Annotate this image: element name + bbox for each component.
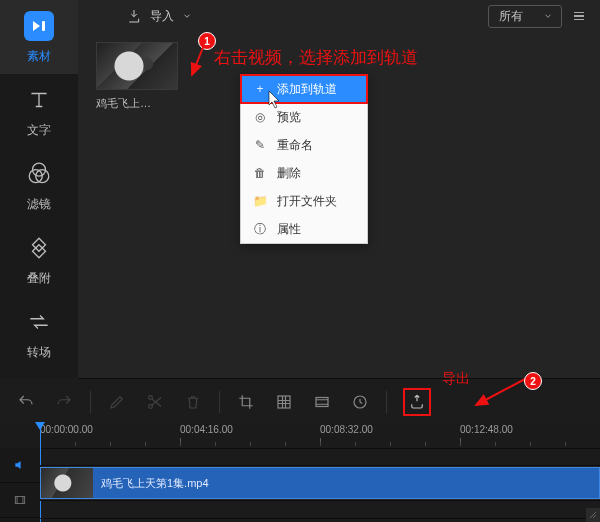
crop-button[interactable] (236, 392, 256, 412)
filmstrip-icon (13, 493, 27, 507)
thumbnail-caption: 鸡毛飞上… (96, 90, 176, 111)
svg-point-4 (149, 405, 153, 409)
import-button[interactable]: 导入 (118, 4, 200, 29)
context-menu-item-rename[interactable]: ✎ 重命名 (241, 131, 367, 159)
play-media-icon (23, 10, 55, 42)
chevron-down-icon (182, 11, 192, 21)
empty-track-row[interactable] (40, 501, 600, 519)
resize-grip[interactable] (586, 508, 600, 522)
media-thumbnail[interactable]: 鸡毛飞上… (96, 42, 176, 111)
context-menu-item-delete[interactable]: 🗑 删除 (241, 159, 367, 187)
audio-track-row[interactable] (40, 448, 600, 466)
speaker-icon (13, 458, 27, 472)
eye-icon: ◎ (253, 110, 267, 124)
export-button[interactable] (403, 388, 431, 416)
plus-icon: + (253, 82, 267, 96)
mosaic-button[interactable] (274, 392, 294, 412)
grip-icon (588, 510, 598, 520)
trash-icon: 🗑 (253, 166, 267, 180)
context-menu-item-add-to-track[interactable]: + 添加到轨道 (241, 75, 367, 103)
info-icon: ⓘ (253, 221, 267, 238)
context-menu-item-open-folder[interactable]: 📁 打开文件夹 (241, 187, 367, 215)
text-t-icon (23, 84, 55, 116)
sidebar-item-label: 滤镜 (27, 196, 51, 213)
video-track-row[interactable]: 鸡毛飞上天第1集.mp4 (40, 466, 600, 501)
panel-top-bar: 导入 所有 (78, 0, 600, 32)
view-mode-button[interactable] (570, 8, 588, 25)
split-button[interactable] (145, 392, 165, 412)
pencil-icon: ✎ (253, 138, 267, 152)
speed-button[interactable] (350, 392, 370, 412)
context-menu-item-label: 预览 (277, 109, 301, 126)
overlap-diamonds-icon (23, 232, 55, 264)
audio-mute-toggle[interactable] (0, 448, 40, 483)
timeline: 00:00:00.00 00:04:16.00 00:08:32.00 00:1… (0, 422, 600, 522)
edit-pencil-button[interactable] (107, 392, 127, 412)
chevron-down-icon (543, 11, 553, 21)
timeline-toolbar (0, 382, 600, 422)
timecode-label: 00:08:32.00 (320, 424, 373, 435)
folder-icon: 📁 (253, 194, 267, 208)
sidebar-item-filter[interactable]: 滤镜 (0, 148, 78, 222)
svg-point-3 (149, 396, 153, 400)
sidebar-item-label: 转场 (27, 344, 51, 361)
context-menu-item-properties[interactable]: ⓘ 属性 (241, 215, 367, 243)
context-menu-item-preview[interactable]: ◎ 预览 (241, 103, 367, 131)
sidebar-item-text[interactable]: 文字 (0, 74, 78, 148)
sidebar-item-label: 文字 (27, 122, 51, 139)
video-clip[interactable]: 鸡毛飞上天第1集.mp4 (40, 467, 600, 499)
clip-label: 鸡毛飞上天第1集.mp4 (93, 476, 209, 491)
redo-button[interactable] (54, 392, 74, 412)
timecode-label: 00:00:00.00 (40, 424, 93, 435)
overlap-circles-icon (23, 158, 55, 190)
tracks-area[interactable]: 鸡毛飞上天第1集.mp4 (40, 448, 600, 522)
time-ruler[interactable]: 00:00:00.00 00:04:16.00 00:08:32.00 00:1… (0, 422, 600, 449)
sidebar: 素材 文字 滤镜 叠附 转场 (0, 0, 79, 378)
sidebar-item-label: 素材 (27, 48, 51, 65)
thumbnail-image (96, 42, 178, 90)
delete-button[interactable] (183, 392, 203, 412)
timecode-label: 00:12:48.00 (460, 424, 513, 435)
sidebar-item-transition[interactable]: 转场 (0, 296, 78, 370)
context-menu-item-label: 添加到轨道 (277, 81, 337, 98)
sidebar-item-media[interactable]: 素材 (0, 0, 78, 74)
timecode-label: 00:04:16.00 (180, 424, 233, 435)
import-icon (126, 8, 142, 24)
sidebar-item-overlay[interactable]: 叠附 (0, 222, 78, 296)
context-menu-item-label: 删除 (277, 165, 301, 182)
context-menu-item-label: 打开文件夹 (277, 193, 337, 210)
svg-rect-6 (316, 398, 328, 407)
context-menu-item-label: 属性 (277, 221, 301, 238)
freeze-frame-button[interactable] (312, 392, 332, 412)
filter-select-label: 所有 (499, 8, 523, 25)
undo-button[interactable] (16, 392, 36, 412)
sidebar-item-label: 叠附 (27, 270, 51, 287)
import-label: 导入 (150, 8, 174, 25)
context-menu-item-label: 重命名 (277, 137, 313, 154)
clip-thumbnail (41, 468, 93, 498)
track-headers (0, 448, 40, 522)
svg-rect-5 (278, 396, 290, 408)
context-menu: + 添加到轨道 ◎ 预览 ✎ 重命名 🗑 删除 📁 打开文件夹 ⓘ 属性 (240, 74, 368, 244)
video-track-head[interactable] (0, 483, 40, 518)
media-filter-select[interactable]: 所有 (488, 5, 562, 28)
media-panel: 导入 所有 鸡毛飞上… + 添加到轨道 ◎ 预览 (78, 0, 600, 379)
transition-arrows-icon (23, 306, 55, 338)
